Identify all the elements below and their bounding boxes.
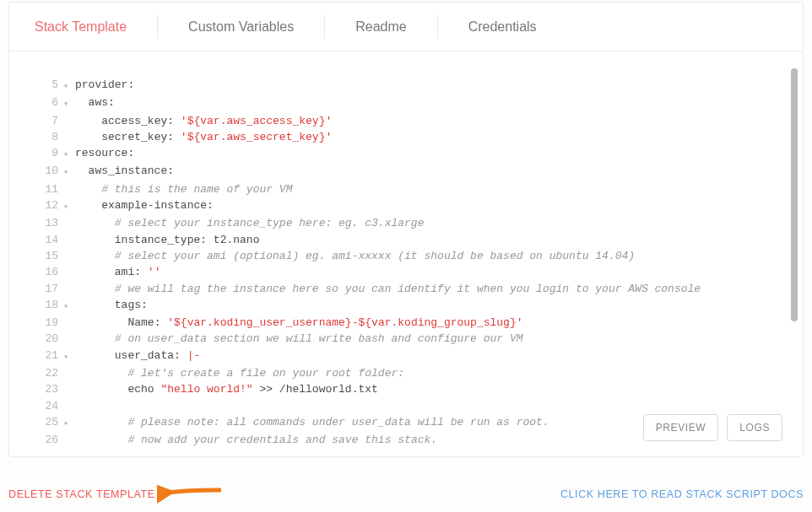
code-line[interactable]: 5▾provider:: [26, 77, 786, 94]
fold-marker-icon[interactable]: ▾: [63, 77, 75, 94]
code-content[interactable]: Name: '${var.koding_user_username}-${var…: [75, 315, 786, 331]
tab-separator: [437, 15, 438, 39]
line-number: 16: [26, 264, 63, 280]
line-number: 21: [26, 348, 63, 365]
line-number: 13: [26, 215, 63, 231]
code-content[interactable]: example-instance:: [75, 197, 786, 215]
code-content[interactable]: # this is the name of your VM: [75, 181, 786, 197]
line-number: 9: [26, 145, 63, 163]
editor-buttons: PREVIEW LOGS: [643, 414, 782, 441]
line-number: 7: [26, 113, 63, 129]
code-line[interactable]: 12▾ example-instance:: [26, 197, 786, 215]
code-line[interactable]: 16 ami: '': [26, 264, 786, 280]
line-number: 14: [26, 232, 63, 248]
logs-button[interactable]: LOGS: [727, 414, 782, 441]
code-content[interactable]: # on user_data section we will write bas…: [75, 331, 786, 347]
tab-custom-variables[interactable]: Custom Variables: [181, 15, 300, 39]
code-line[interactable]: 6▾ aws:: [26, 94, 786, 112]
preview-button[interactable]: PREVIEW: [643, 414, 719, 441]
fold-marker-icon: [63, 381, 75, 397]
code-line[interactable]: 9▾resource:: [26, 145, 786, 163]
editor-panel: Stack Template Custom Variables Readme C…: [8, 2, 804, 457]
line-number: 25: [26, 414, 63, 432]
code-line[interactable]: 7 access_key: '${var.aws_access_key}': [26, 113, 786, 129]
fold-marker-icon: [63, 398, 75, 414]
fold-marker-icon: [63, 331, 75, 347]
code-line[interactable]: 18▾ tags:: [26, 297, 786, 315]
code-content[interactable]: instance_type: t2.nano: [75, 232, 786, 248]
code-content[interactable]: # select your instance_type here: eg. c3…: [75, 215, 786, 231]
code-line[interactable]: 11 # this is the name of your VM: [26, 181, 786, 197]
code-line[interactable]: 20 # on user_data section we will write …: [26, 331, 786, 347]
code-content[interactable]: # let's create a file on your root folde…: [75, 365, 786, 381]
code-line[interactable]: 13 # select your instance_type here: eg.…: [26, 215, 786, 231]
fold-marker-icon: [63, 232, 75, 248]
code-content[interactable]: resource:: [75, 145, 786, 163]
code-content[interactable]: ami: '': [75, 264, 786, 280]
code-content[interactable]: aws:: [75, 94, 786, 112]
code-content[interactable]: [75, 398, 786, 414]
code-editor[interactable]: 5▾provider:6▾ aws:7 access_key: '${var.a…: [26, 77, 786, 448]
fold-marker-icon: [63, 365, 75, 381]
fold-marker-icon: [63, 315, 75, 331]
tab-readme[interactable]: Readme: [349, 15, 413, 39]
delete-stack-template-link[interactable]: DELETE STACK TEMPLATE: [8, 488, 155, 500]
line-number: 18: [26, 297, 63, 315]
fold-marker-icon: [63, 264, 75, 280]
fold-marker-icon: [63, 215, 75, 231]
tab-stack-template[interactable]: Stack Template: [28, 15, 133, 39]
line-number: 22: [26, 365, 63, 381]
code-content[interactable]: provider:: [75, 77, 786, 94]
code-content[interactable]: secret_key: '${var.aws_secret_key}': [75, 129, 786, 145]
line-number: 19: [26, 315, 63, 331]
code-line[interactable]: 21▾ user_data: |-: [26, 348, 786, 365]
line-number: 23: [26, 381, 63, 397]
code-line[interactable]: 22 # let's create a file on your root fo…: [26, 365, 786, 381]
fold-marker-icon: [63, 129, 75, 145]
fold-marker-icon[interactable]: ▾: [63, 163, 75, 181]
line-number: 20: [26, 331, 63, 347]
code-line[interactable]: 14 instance_type: t2.nano: [26, 232, 786, 248]
editor-scrollbar[interactable]: [791, 68, 798, 321]
code-line[interactable]: 17 # we will tag the instance here so yo…: [26, 281, 786, 297]
line-number: 6: [26, 94, 63, 112]
code-content[interactable]: # we will tag the instance here so you c…: [75, 281, 786, 297]
code-line[interactable]: 10▾ aws_instance:: [26, 163, 786, 181]
line-number: 10: [26, 163, 63, 181]
fold-marker-icon[interactable]: ▾: [63, 94, 75, 112]
code-line[interactable]: 19 Name: '${var.koding_user_username}-${…: [26, 315, 786, 331]
fold-marker-icon: [63, 248, 75, 264]
code-line[interactable]: 8 secret_key: '${var.aws_secret_key}': [26, 129, 786, 145]
fold-marker-icon[interactable]: ▾: [63, 197, 75, 215]
line-number: 24: [26, 398, 63, 414]
tab-bar: Stack Template Custom Variables Readme C…: [9, 3, 803, 51]
code-line[interactable]: 15 # select your ami (optional) eg. ami-…: [26, 248, 786, 264]
code-line[interactable]: 23 echo "hello world!" >> /helloworld.tx…: [26, 381, 786, 397]
tab-credentials[interactable]: Credentials: [462, 15, 544, 39]
code-content[interactable]: access_key: '${var.aws_access_key}': [75, 113, 786, 129]
code-line[interactable]: 24: [26, 398, 786, 414]
line-number: 8: [26, 129, 63, 145]
fold-marker-icon[interactable]: ▾: [63, 145, 75, 163]
tab-separator: [324, 15, 325, 39]
line-number: 17: [26, 281, 63, 297]
fold-marker-icon: [63, 113, 75, 129]
line-number: 12: [26, 197, 63, 215]
editor-area: 5▾provider:6▾ aws:7 access_key: '${var.a…: [9, 51, 803, 456]
code-content[interactable]: user_data: |-: [75, 348, 786, 365]
fold-marker-icon: [63, 281, 75, 297]
tab-separator: [157, 15, 158, 39]
fold-marker-icon[interactable]: ▾: [63, 297, 75, 315]
line-number: 15: [26, 248, 63, 264]
fold-marker-icon[interactable]: ▾: [63, 414, 75, 432]
code-content[interactable]: tags:: [75, 297, 786, 315]
line-number: 5: [26, 77, 63, 94]
line-number: 26: [26, 432, 63, 448]
fold-marker-icon[interactable]: ▾: [63, 348, 75, 365]
fold-marker-icon: [63, 432, 75, 448]
code-content[interactable]: # select your ami (optional) eg. ami-xxx…: [75, 248, 786, 264]
fold-marker-icon: [63, 181, 75, 197]
code-content[interactable]: echo "hello world!" >> /helloworld.txt: [75, 381, 786, 397]
stack-script-docs-link[interactable]: CLICK HERE TO READ STACK SCRIPT DOCS: [560, 488, 804, 500]
code-content[interactable]: aws_instance:: [75, 163, 786, 181]
